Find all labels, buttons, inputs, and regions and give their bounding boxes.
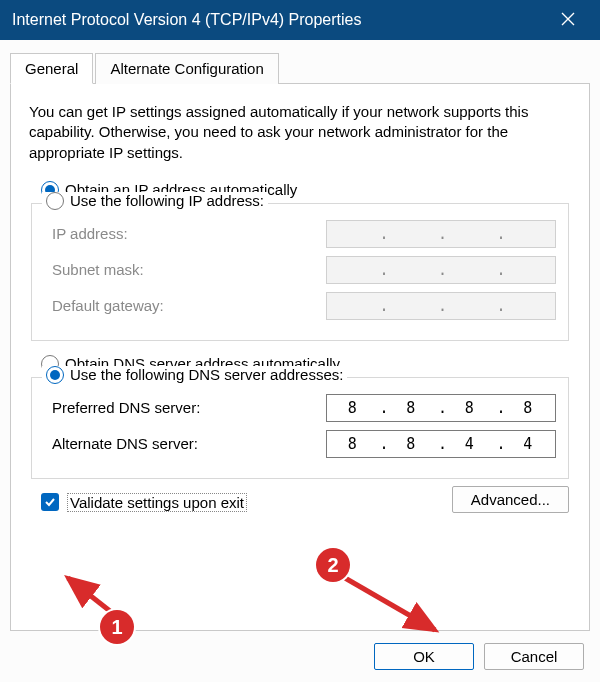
window-title: Internet Protocol Version 4 (TCP/IPv4) P… <box>12 11 548 29</box>
annotation-badge-2: 2 <box>316 548 350 582</box>
radio-dns-manual[interactable] <box>46 366 64 384</box>
group-dns-manual: Use the following DNS server addresses: … <box>31 377 569 479</box>
default-gateway-input: . . . <box>326 292 556 320</box>
field-preferred-dns: Preferred DNS server: 8. 8. 8. 8 <box>44 394 556 422</box>
validate-label: Validate settings upon exit <box>67 493 247 512</box>
preferred-dns-input[interactable]: 8. 8. 8. 8 <box>326 394 556 422</box>
close-button[interactable] <box>548 0 588 40</box>
annotation-badge-1: 1 <box>100 610 134 644</box>
cancel-button[interactable]: Cancel <box>484 643 584 670</box>
dialog-buttons: OK Cancel <box>10 631 590 674</box>
tab-content-general: You can get IP settings assigned automat… <box>10 83 590 631</box>
intro-text: You can get IP settings assigned automat… <box>29 102 571 163</box>
ok-button[interactable]: OK <box>374 643 474 670</box>
field-label: Default gateway: <box>44 297 326 314</box>
checkbox-icon <box>41 493 59 511</box>
field-default-gateway: Default gateway: . . . <box>44 292 556 320</box>
field-label: Preferred DNS server: <box>44 399 326 416</box>
tab-general[interactable]: General <box>10 53 93 84</box>
alternate-dns-input[interactable]: 8. 8. 4. 4 <box>326 430 556 458</box>
field-label: Subnet mask: <box>44 261 326 278</box>
close-icon <box>561 10 575 31</box>
ip-address-input: . . . <box>326 220 556 248</box>
advanced-button[interactable]: Advanced... <box>452 486 569 513</box>
field-alternate-dns: Alternate DNS server: 8. 8. 4. 4 <box>44 430 556 458</box>
subnet-mask-input: . . . <box>326 256 556 284</box>
field-subnet-mask: Subnet mask: . . . <box>44 256 556 284</box>
field-label: IP address: <box>44 225 326 242</box>
radio-label: Use the following IP address: <box>70 192 264 209</box>
radio-label: Use the following DNS server addresses: <box>70 366 343 383</box>
titlebar: Internet Protocol Version 4 (TCP/IPv4) P… <box>0 0 600 40</box>
radio-ip-manual[interactable] <box>46 192 64 210</box>
field-ip-address: IP address: . . . <box>44 220 556 248</box>
tab-alternate-configuration[interactable]: Alternate Configuration <box>95 53 278 84</box>
tabs-header: General Alternate Configuration <box>10 52 590 83</box>
field-label: Alternate DNS server: <box>44 435 326 452</box>
group-ip-manual: Use the following IP address: IP address… <box>31 203 569 341</box>
